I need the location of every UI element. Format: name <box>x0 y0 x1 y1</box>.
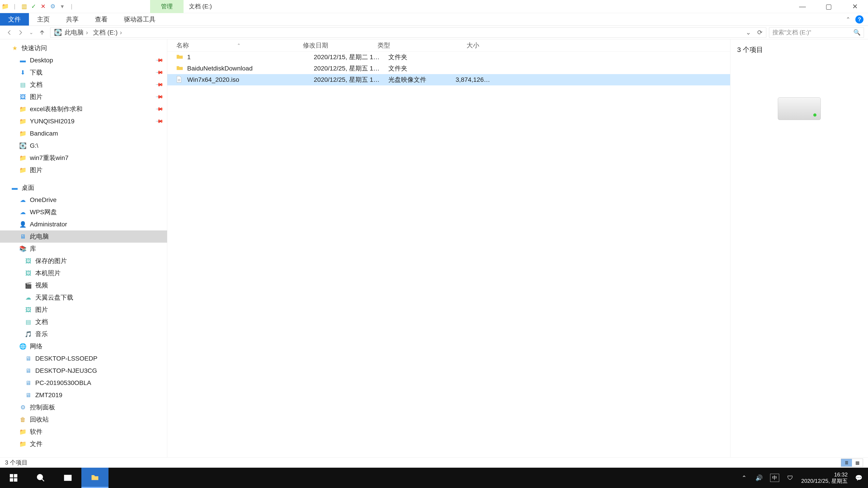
nav-label: DESKTOP-LSSOEDP <box>35 355 97 362</box>
breadcrumb-root[interactable]: 此电脑 <box>65 28 90 37</box>
ribbon-collapse-icon[interactable]: ⌃ <box>846 16 850 23</box>
breadcrumb-bar[interactable]: 💽 此电脑 文档 (E:) ⌄ ⟳ <box>50 27 766 38</box>
nav-folder-win7[interactable]: 📁win7重装win7 <box>0 152 167 164</box>
table-row[interactable]: Win7x64_2020.iso 2020/12/25, 星期五 1… 光盘映像… <box>167 74 730 86</box>
breadcrumb-leaf[interactable]: 文档 (E:) <box>93 28 124 37</box>
tab-view[interactable]: 查看 <box>87 13 116 26</box>
nav-this-pc[interactable]: 🖥此电脑 <box>0 230 167 242</box>
nav-label: win7重装win7 <box>30 154 68 162</box>
nav-folder-soft[interactable]: 📁软件 <box>0 426 167 438</box>
forward-button[interactable] <box>15 27 26 38</box>
nav-wps[interactable]: ☁WPS网盘 <box>0 206 167 218</box>
tab-file[interactable]: 文件 <box>0 13 29 26</box>
view-icons-button[interactable]: ▦ <box>852 459 863 466</box>
search-icon: 🔍 <box>853 29 861 36</box>
col-type[interactable]: 类型 <box>377 41 436 50</box>
col-size[interactable]: 大小 <box>436 41 479 50</box>
user-icon: 👤 <box>19 221 27 228</box>
col-date[interactable]: 修改日期 <box>303 41 377 50</box>
nav-documents[interactable]: ▤文档📌 <box>0 78 167 91</box>
table-row[interactable]: BaiduNetdiskDownload 2020/12/25, 星期五 1… … <box>167 63 730 74</box>
explorer-window: 📁 | ▥ ✓ ✕ ⚙ ▾ | 管理 文档 (E:) — ▢ ✕ 文件 主页 共… <box>0 0 868 468</box>
tray-overflow-icon[interactable]: ⌃ <box>740 474 748 482</box>
nav-drive-g[interactable]: 💽G:\ <box>0 140 167 152</box>
cell-date: 2020/12/15, 星期二 1… <box>314 53 388 61</box>
nav-net-pc4[interactable]: 🖥ZMT2019 <box>0 389 167 401</box>
nav-net-pc1[interactable]: 🖥DESKTOP-LSSOEDP <box>0 352 167 365</box>
ime-indicator[interactable]: 中 <box>770 474 779 482</box>
security-icon[interactable]: 🛡 <box>786 474 794 482</box>
tab-drive-tools[interactable]: 驱动器工具 <box>116 13 164 26</box>
help-icon[interactable]: ? <box>855 15 864 24</box>
nav-folder-excel[interactable]: 📁excel表格制作求和📌 <box>0 103 167 115</box>
nav-folder-pictures2[interactable]: 📁图片 <box>0 164 167 176</box>
maximize-button[interactable]: ▢ <box>815 0 842 13</box>
cell-date: 2020/12/25, 星期五 1… <box>314 75 388 84</box>
pin-icon: 📌 <box>155 117 164 125</box>
nav-desktop-root[interactable]: ▬桌面 <box>0 182 167 194</box>
action-center-icon[interactable]: 💬 <box>855 474 863 482</box>
qa-close-icon[interactable]: ✕ <box>39 3 47 10</box>
nav-desktop[interactable]: ▬Desktop📌 <box>0 54 167 66</box>
nav-downloads[interactable]: ⬇下载📌 <box>0 66 167 78</box>
nav-net-pc3[interactable]: 🖥PC-20190530OBLA <box>0 377 167 389</box>
qa-dropdown-icon[interactable]: ▾ <box>58 3 66 10</box>
close-button[interactable]: ✕ <box>842 0 868 13</box>
music-icon: 🎵 <box>24 330 32 338</box>
up-button[interactable] <box>37 27 48 38</box>
search-input[interactable]: 搜索"文档 (E:)" 🔍 <box>769 27 864 38</box>
table-row[interactable]: 1 2020/12/15, 星期二 1… 文件夹 <box>167 52 730 63</box>
nav-label: 网络 <box>30 342 42 351</box>
nav-onedrive[interactable]: ☁OneDrive <box>0 194 167 206</box>
nav-pictures[interactable]: 🖼图片📌 <box>0 91 167 103</box>
nav-label: 文档 <box>35 318 48 326</box>
volume-icon[interactable]: 🔊 <box>755 474 763 482</box>
qa-properties-icon[interactable]: ▥ <box>20 3 28 10</box>
breadcrumb-dropdown-icon[interactable]: ⌄ <box>746 29 751 36</box>
tab-share[interactable]: 共享 <box>58 13 87 26</box>
tab-home[interactable]: 主页 <box>29 13 58 26</box>
titlebar: 📁 | ▥ ✓ ✕ ⚙ ▾ | 管理 文档 (E:) — ▢ ✕ <box>0 0 868 13</box>
search-button[interactable] <box>27 468 54 488</box>
nav-label: OneDrive <box>30 196 57 203</box>
ribbon-context-tab[interactable]: 管理 <box>150 0 184 13</box>
system-tray: ⌃ 🔊 中 🛡 16:32 2020/12/25, 星期五 💬 <box>740 471 868 484</box>
col-name[interactable]: 名称⌃ <box>176 41 303 50</box>
nav-documents2[interactable]: ▤文档 <box>0 316 167 328</box>
qa-check-icon[interactable]: ✓ <box>30 3 37 10</box>
nav-control-panel[interactable]: ⚙控制面板 <box>0 401 167 414</box>
nav-net-pc2[interactable]: 🖥DESKTOP-NJEU3CG <box>0 365 167 377</box>
minimize-button[interactable]: — <box>789 0 815 13</box>
task-view-button[interactable] <box>54 468 81 488</box>
nav-music[interactable]: 🎵音乐 <box>0 328 167 340</box>
nav-label: Administrator <box>30 221 67 228</box>
view-details-button[interactable]: ≣ <box>841 459 852 466</box>
folder-icon: 📁 <box>19 130 27 137</box>
recent-dropdown-icon[interactable]: ⌄ <box>26 27 37 38</box>
nav-folder-bandicam[interactable]: 📁Bandicam <box>0 127 167 140</box>
nav-videos[interactable]: 🎬视频 <box>0 279 167 291</box>
nav-label: 下载 <box>30 68 42 77</box>
nav-library[interactable]: 📚库 <box>0 242 167 255</box>
nav-pictures3[interactable]: 🖼图片 <box>0 304 167 316</box>
cell-type: 光盘映像文件 <box>388 75 447 84</box>
back-button[interactable] <box>4 27 15 38</box>
nav-user[interactable]: 👤Administrator <box>0 218 167 230</box>
nav-folder-docs[interactable]: 📁文件 <box>0 438 167 450</box>
clock[interactable]: 16:32 2020/12/25, 星期五 <box>801 471 848 484</box>
explorer-taskbar-button[interactable] <box>81 468 108 488</box>
nav-local-pictures[interactable]: 🖼本机照片 <box>0 267 167 279</box>
refresh-icon[interactable]: ⟳ <box>757 29 763 36</box>
nav-recycle[interactable]: 🗑回收站 <box>0 414 167 426</box>
nav-saved-pictures[interactable]: 🖼保存的图片 <box>0 255 167 267</box>
nav-quick-access[interactable]: ★快速访问 <box>0 42 167 54</box>
cell-name: 1 <box>187 54 314 61</box>
nav-network[interactable]: 🌐网络 <box>0 340 167 352</box>
start-button[interactable] <box>0 468 27 488</box>
nav-tycloud[interactable]: ☁天翼云盘下载 <box>0 291 167 304</box>
qa-settings-icon[interactable]: ⚙ <box>49 3 57 10</box>
folder-icon: 📁 <box>19 166 27 174</box>
pc-icon: 🖥 <box>19 233 27 240</box>
pc-icon: 🖥 <box>24 367 32 375</box>
nav-folder-yunqishi[interactable]: 📁YUNQISHI2019📌 <box>0 115 167 127</box>
